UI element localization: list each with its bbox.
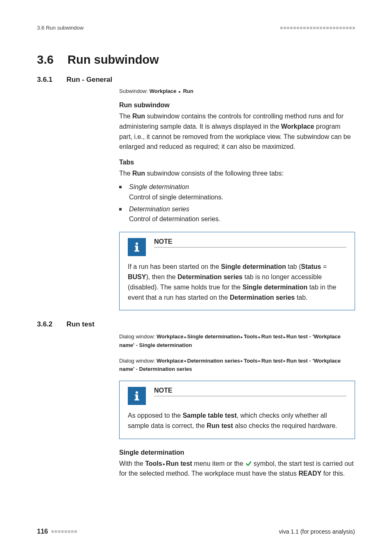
- svg-rect-7: [135, 394, 137, 395]
- note-body: If a run has been started on the Single …: [120, 258, 355, 310]
- note-callout: NOTE As opposed to the Sample table test…: [119, 381, 355, 439]
- subsection-number: 3.6.2: [37, 320, 53, 328]
- chevron-right-icon: ▸: [184, 358, 187, 363]
- svg-point-4: [136, 391, 138, 394]
- list-item: Determination series Control of determin…: [119, 204, 355, 225]
- chevron-right-icon: ▸: [184, 335, 187, 339]
- heading-run-subwindow: Run subwindow: [119, 102, 355, 109]
- checkmark-icon: [245, 460, 252, 467]
- svg-rect-2: [134, 250, 139, 252]
- paragraph: The Run subwindow consists of the follow…: [119, 169, 355, 179]
- breadcrumb-item: Run: [183, 88, 193, 94]
- subsection-title: Run test: [67, 320, 95, 328]
- breadcrumb: Dialog window: Workplace▸Determination s…: [119, 357, 355, 373]
- chevron-right-icon: ▸: [258, 358, 261, 363]
- chevron-right-icon: ▸: [283, 358, 286, 363]
- info-icon: [128, 387, 146, 405]
- footer-ornament: [51, 530, 77, 533]
- note-body: As opposed to the Sample table test, whi…: [120, 407, 355, 439]
- section-number: 3.6: [37, 53, 53, 67]
- bullet-icon: [119, 204, 123, 225]
- svg-rect-3: [135, 246, 137, 247]
- breadcrumb: Subwindow: Workplace ▸ Run: [119, 88, 355, 94]
- running-header-text: 3.6 Run subwindow: [37, 25, 83, 31]
- subsection-title: Run - General: [67, 76, 112, 84]
- chevron-right-icon: ▸: [283, 335, 286, 339]
- paragraph: With the Tools▸Run test menu item or the…: [119, 459, 355, 479]
- list-item-desc: Control of single determinations.: [129, 192, 223, 203]
- page-footer: 116 viva 1.1 (for process analysis): [37, 528, 355, 535]
- chevron-right-icon: ▸: [258, 335, 261, 339]
- chevron-right-icon: ▸: [240, 358, 244, 363]
- note-title: NOTE: [154, 238, 346, 247]
- list-item: Single determination Control of single d…: [119, 182, 355, 203]
- breadcrumb-item: Workplace: [150, 88, 177, 94]
- list-item-title: Determination series: [129, 204, 220, 215]
- svg-point-0: [136, 243, 138, 245]
- bullet-list: Single determination Control of single d…: [119, 182, 355, 224]
- info-icon: [128, 238, 146, 256]
- section-heading-3-6: 3.6 Run subwindow: [37, 53, 355, 67]
- subsection-heading-3-6-2: 3.6.2 Run test: [37, 320, 355, 328]
- list-item-title: Single determination: [129, 182, 223, 192]
- heading-tabs: Tabs: [119, 159, 355, 166]
- chevron-right-icon: ▸: [178, 89, 182, 94]
- chevron-right-icon: ▸: [240, 335, 244, 339]
- product-name: viva 1.1 (for process analysis): [279, 528, 355, 535]
- note-callout: NOTE If a run has been started on the Si…: [119, 232, 355, 310]
- paragraph: The Run subwindow contains the controls …: [119, 111, 355, 152]
- page-number: 116: [37, 528, 48, 535]
- header-ornament: [280, 27, 355, 29]
- running-header: 3.6 Run subwindow: [37, 25, 355, 31]
- breadcrumb: Dialog window: Workplace▸Single determin…: [119, 333, 355, 349]
- breadcrumb-label: Dialog window:: [119, 358, 157, 364]
- bullet-icon: [119, 182, 123, 203]
- subsection-heading-3-6-1: 3.6.1 Run - General: [37, 76, 355, 84]
- heading-single-determination: Single determination: [119, 449, 355, 456]
- svg-rect-6: [134, 399, 139, 400]
- note-title: NOTE: [154, 387, 346, 396]
- breadcrumb-label: Subwindow:: [119, 88, 150, 94]
- section-title: Run subwindow: [67, 53, 159, 67]
- chevron-right-icon: ▸: [162, 462, 166, 466]
- subsection-number: 3.6.1: [37, 76, 53, 84]
- breadcrumb-label: Dialog window:: [119, 333, 157, 340]
- list-item-desc: Control of determination series.: [129, 214, 220, 224]
